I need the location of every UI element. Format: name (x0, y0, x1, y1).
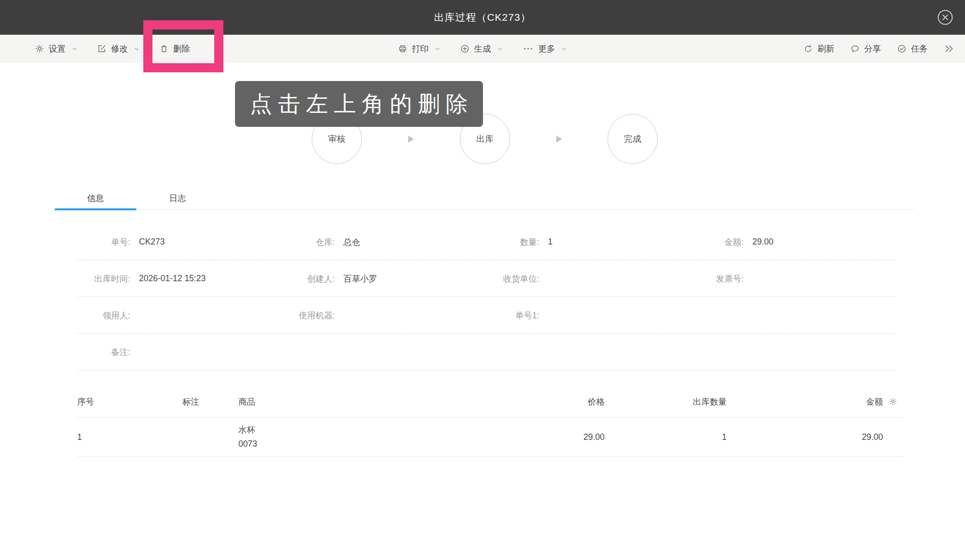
field-label: 仓库: (282, 236, 335, 248)
refresh-icon (803, 44, 813, 54)
field-value: CK273 (139, 237, 165, 247)
ellipsis-icon (523, 44, 534, 54)
product-code: 0073 (238, 437, 434, 451)
info-form: 单号: CK273 仓库: 总仓 数量: 1 金额: 29.00 出库时间: 2… (77, 224, 895, 370)
qty-cell: 1 (605, 432, 727, 442)
refresh-button[interactable]: 刷新 (803, 43, 834, 55)
toolbar-right-group: 刷新 分享 任务 (803, 35, 954, 63)
form-field-remark: 备注: (77, 346, 282, 358)
field-value: 百草小罗 (344, 273, 377, 285)
print-button[interactable]: 打印 (398, 43, 441, 55)
form-field-receiver: 收货单位: (486, 273, 691, 285)
field-label: 领用人: (77, 310, 130, 321)
chevron-down-icon (71, 46, 78, 52)
form-row: 备注: (77, 334, 895, 370)
form-row: 出库时间: 2026-01-12 15:23 创建人: 百草小罗 收货单位: 发… (77, 260, 895, 297)
modify-button[interactable]: 修改 (97, 43, 140, 55)
form-field-recipient: 领用人: (77, 310, 282, 321)
workflow-step-label: 审核 (328, 133, 345, 145)
window-title: 出库过程（CK273） (434, 11, 531, 24)
column-header-note: 标注 (182, 396, 238, 408)
gear-icon (888, 397, 897, 406)
form-field-outbound-time: 出库时间: 2026-01-12 15:23 (77, 273, 282, 285)
toolbar: 设置 修改 (0, 35, 965, 63)
table-settings-button[interactable] (883, 397, 902, 406)
tasks-label: 任务 (911, 43, 928, 55)
form-field-warehouse: 仓库: 总仓 (282, 236, 486, 248)
form-row: 领用人: 使用机器: 单号1: (77, 297, 895, 334)
generate-label: 生成 (474, 43, 491, 55)
share-label: 分享 (864, 43, 881, 55)
delete-button[interactable]: 删除 (159, 43, 190, 55)
field-value: 总仓 (344, 236, 360, 248)
workflow-arrow-icon (408, 135, 414, 143)
field-label: 单号: (77, 236, 130, 248)
form-row: 单号: CK273 仓库: 总仓 数量: 1 金额: 29.00 (77, 224, 895, 260)
form-field-machine: 使用机器: (282, 310, 486, 321)
toolbar-left-group: 设置 修改 (35, 35, 190, 63)
field-value: 2026-01-12 15:23 (139, 273, 206, 284)
edit-icon (97, 44, 107, 54)
table-header-row: 序号 标注 商品 价格 出库数量 金额 (77, 386, 902, 418)
more-label: 更多 (538, 43, 555, 55)
product-cell: 水杯 0073 (238, 423, 434, 451)
trash-icon (159, 44, 169, 54)
table-row[interactable]: 1 水杯 0073 29.00 1 29.00 (77, 418, 902, 457)
field-label: 创建人: (282, 273, 335, 285)
delete-label: 删除 (173, 43, 190, 55)
form-field-order-no-1: 单号1: (486, 310, 691, 321)
form-field-order-no: 单号: CK273 (77, 236, 282, 248)
seq-cell: 1 (77, 432, 182, 442)
workflow-step-complete: 完成 (607, 114, 658, 164)
titlebar: 出库过程（CK273） (0, 0, 965, 35)
form-field-amount: 金额: 29.00 (690, 236, 895, 248)
field-label: 金额: (690, 236, 744, 248)
field-value: 1 (548, 237, 553, 247)
gear-icon (35, 44, 44, 54)
tab-bar: 信息 日志 (55, 192, 219, 210)
close-button[interactable] (937, 9, 954, 26)
speech-bubble-icon (850, 44, 860, 54)
chevron-down-icon (561, 46, 567, 52)
column-header-product: 商品 (238, 396, 434, 408)
plus-circle-icon (460, 44, 470, 54)
field-label: 使用机器: (282, 310, 335, 321)
instruction-tooltip: 点击左上角的删除 (235, 81, 483, 127)
field-label: 收货单位: (486, 273, 539, 285)
toolbar-center-group: 打印 生成 更多 (398, 35, 567, 63)
workflow-arrow-icon (556, 135, 563, 143)
share-button[interactable]: 分享 (850, 43, 881, 55)
field-label: 备注: (77, 346, 130, 358)
tasks-button[interactable]: 任务 (897, 43, 928, 55)
more-button[interactable]: 更多 (523, 43, 567, 55)
workflow-step-label: 出库 (476, 133, 494, 145)
field-label: 单号1: (486, 310, 539, 321)
check-circle-icon (897, 44, 907, 54)
modify-label: 修改 (111, 43, 128, 55)
tab-info[interactable]: 信息 (55, 192, 137, 210)
generate-button[interactable]: 生成 (460, 43, 503, 55)
double-chevron-right-icon (944, 44, 954, 53)
tab-log[interactable]: 日志 (137, 192, 219, 210)
column-header-seq: 序号 (77, 396, 182, 408)
amount-cell: 29.00 (727, 432, 883, 442)
field-label: 数量: (486, 236, 539, 248)
column-header-price: 价格 (434, 396, 605, 408)
chevron-down-icon (497, 46, 503, 52)
field-value: 29.00 (752, 237, 773, 247)
items-table: 序号 标注 商品 价格 出库数量 金额 1 水杯 0073 29.00 1 29… (77, 386, 902, 457)
column-header-qty: 出库数量 (605, 396, 727, 408)
settings-button[interactable]: 设置 (35, 43, 78, 55)
printer-icon (398, 44, 408, 54)
product-name: 水杯 (238, 423, 434, 437)
expand-button[interactable] (944, 44, 954, 53)
form-field-creator: 创建人: 百草小罗 (282, 273, 486, 285)
field-label: 发票号: (690, 273, 744, 285)
price-cell: 29.00 (434, 432, 605, 442)
chevron-down-icon (134, 46, 140, 52)
column-header-amount: 金额 (727, 396, 883, 408)
form-field-quantity: 数量: 1 (486, 236, 691, 248)
refresh-label: 刷新 (817, 43, 834, 55)
print-label: 打印 (412, 43, 429, 55)
field-label: 出库时间: (77, 273, 130, 285)
